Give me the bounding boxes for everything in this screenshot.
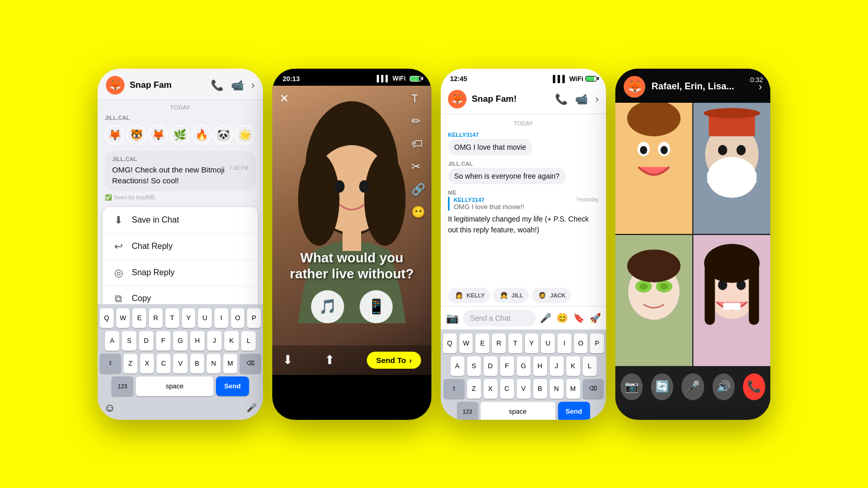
snap-reply-button[interactable]: ◎ Snap Reply <box>103 260 258 286</box>
p3-key-delete[interactable]: ⌫ <box>583 379 603 399</box>
p3-key-o[interactable]: O <box>574 334 588 353</box>
p3-camera-icon[interactable]: 📷 <box>446 312 459 324</box>
send-to-button[interactable]: Send To › <box>367 352 421 369</box>
p3-more-icon[interactable]: › <box>595 93 599 105</box>
reactor-kelly[interactable]: 👩 KELLY <box>448 288 490 303</box>
emoji-icon[interactable]: ☺ <box>104 401 115 415</box>
key-k[interactable]: K <box>224 331 239 351</box>
key-e[interactable]: E <box>132 308 146 328</box>
reactor-jack[interactable]: 🧔 JACK <box>532 288 571 303</box>
p4-mute-button[interactable]: 🎤 <box>681 373 704 400</box>
p3-send-snap-icon[interactable]: 🚀 <box>590 312 601 324</box>
key-r[interactable]: R <box>149 308 163 328</box>
p3-key-q[interactable]: Q <box>443 334 457 353</box>
link-tool[interactable]: 🔗 <box>411 183 425 196</box>
sticker-tool[interactable]: 🏷 <box>411 137 425 151</box>
key-h[interactable]: H <box>190 331 205 351</box>
p4-camera-button[interactable]: 📷 <box>621 373 643 400</box>
option-music[interactable]: 🎵 <box>311 290 344 323</box>
p3-chat-input[interactable]: Send a Chat <box>463 310 536 326</box>
p3-video-icon[interactable]: 📹 <box>575 93 588 105</box>
p3-key-d[interactable]: D <box>484 356 498 376</box>
p3-key-m[interactable]: M <box>566 379 580 399</box>
p3-key-z[interactable]: Z <box>467 379 481 399</box>
key-delete[interactable]: ⌫ <box>240 354 261 373</box>
phone-call-icon[interactable]: 📞 <box>211 79 224 91</box>
key-x[interactable]: X <box>140 354 154 373</box>
p3-key-f[interactable]: F <box>500 356 514 376</box>
scissors-tool[interactable]: ✂ <box>411 160 425 174</box>
text-tool[interactable]: T <box>411 92 425 105</box>
p3-key-x[interactable]: X <box>484 379 498 399</box>
reactor-jill[interactable]: 👧 JILL <box>493 288 529 303</box>
key-l[interactable]: L <box>241 331 256 351</box>
key-w[interactable]: W <box>116 308 130 328</box>
p4-flip-button[interactable]: 🔄 <box>651 373 673 400</box>
p3-key-u[interactable]: U <box>541 334 555 353</box>
p3-send-button[interactable]: Send <box>558 402 590 420</box>
p3-key-w[interactable]: W <box>459 334 473 353</box>
option-phone[interactable]: 📱 <box>360 290 393 323</box>
p3-key-s[interactable]: S <box>467 356 481 376</box>
p4-end-call-button[interactable]: 📞 <box>743 373 765 400</box>
p3-key-r[interactable]: R <box>492 334 506 353</box>
p3-key-p[interactable]: P <box>590 334 604 353</box>
p3-mic-icon[interactable]: 🎤 <box>540 312 551 324</box>
p3-key-123[interactable]: 123 <box>457 402 478 420</box>
reaction-avatar-2: 🐯 <box>127 125 146 145</box>
key-space[interactable]: space <box>136 376 213 396</box>
key-d[interactable]: D <box>139 331 153 351</box>
key-s[interactable]: S <box>122 331 136 351</box>
p3-key-b[interactable]: B <box>533 379 547 399</box>
p3-key-t[interactable]: T <box>508 334 522 353</box>
p3-key-n[interactable]: N <box>550 379 564 399</box>
key-123[interactable]: 123 <box>112 376 133 396</box>
send-button[interactable]: Send <box>216 376 249 396</box>
p3-key-space[interactable]: space <box>481 402 555 420</box>
key-n[interactable]: N <box>207 354 221 373</box>
p3-key-c[interactable]: C <box>500 379 514 399</box>
key-o[interactable]: O <box>231 308 245 328</box>
p3-key-i[interactable]: I <box>557 334 571 353</box>
p3-emoji-icon[interactable]: 😊 <box>556 312 568 324</box>
key-shift[interactable]: ⇧ <box>100 354 121 373</box>
p3-key-k[interactable]: K <box>566 356 580 376</box>
mic-icon[interactable]: 🎤 <box>246 403 257 413</box>
key-f[interactable]: F <box>156 331 171 351</box>
p3-key-l[interactable]: L <box>583 356 597 376</box>
key-b[interactable]: B <box>190 354 204 373</box>
key-m[interactable]: M <box>223 354 237 373</box>
share-icon[interactable]: ⬆ <box>324 353 335 367</box>
bitmoji-tool[interactable]: 😶 <box>411 206 425 219</box>
p2-close-button[interactable]: ✕ <box>280 92 289 105</box>
key-z[interactable]: Z <box>123 354 137 373</box>
key-t[interactable]: T <box>165 308 179 328</box>
download-icon[interactable]: ⬇ <box>283 353 293 367</box>
p3-key-y[interactable]: Y <box>525 334 539 353</box>
p3-key-j[interactable]: J <box>550 356 564 376</box>
video-call-icon[interactable]: 📹 <box>231 79 244 91</box>
pen-tool[interactable]: ✏ <box>411 115 425 128</box>
p3-phone-icon[interactable]: 📞 <box>555 93 568 105</box>
more-icon[interactable]: › <box>251 79 255 91</box>
key-c[interactable]: C <box>157 354 171 373</box>
key-y[interactable]: Y <box>182 308 196 328</box>
p3-key-h[interactable]: H <box>533 356 547 376</box>
p3-key-a[interactable]: A <box>451 356 464 376</box>
p4-speaker-button[interactable]: 🔊 <box>712 373 735 400</box>
key-a[interactable]: A <box>105 331 119 351</box>
p3-key-v[interactable]: V <box>517 379 531 399</box>
key-u[interactable]: U <box>198 308 212 328</box>
key-j[interactable]: J <box>207 331 222 351</box>
p3-key-shift[interactable]: ⇧ <box>444 379 464 399</box>
chat-reply-button[interactable]: ↩ Chat Reply <box>103 233 258 260</box>
key-p[interactable]: P <box>247 308 261 328</box>
key-v[interactable]: V <box>173 354 187 373</box>
save-in-chat-button[interactable]: ⬇ Save in Chat <box>103 207 258 233</box>
key-q[interactable]: Q <box>100 308 114 328</box>
p3-key-g[interactable]: G <box>517 356 531 376</box>
p3-key-e[interactable]: E <box>475 334 489 353</box>
key-g[interactable]: G <box>173 331 188 351</box>
key-i[interactable]: I <box>214 308 228 328</box>
p3-sticker-icon[interactable]: 🔖 <box>573 312 584 324</box>
